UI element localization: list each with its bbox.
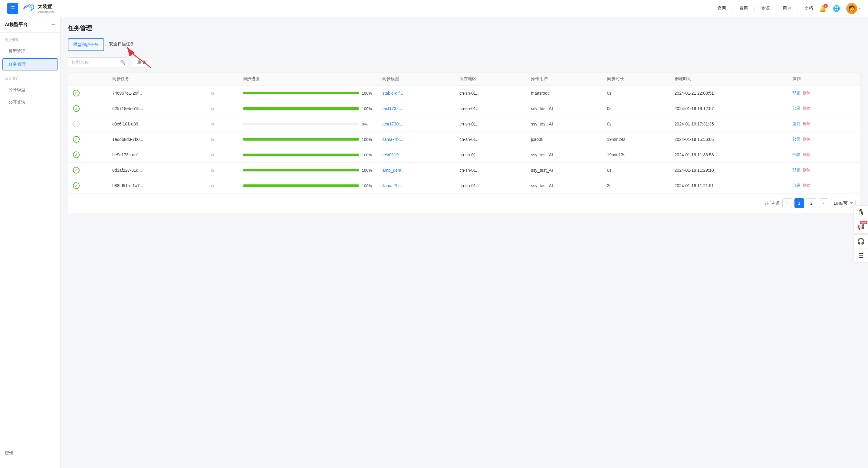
table-row: ✓ be9c173c-da1... ⧉ 100% test0119:... cn… xyxy=(68,147,861,163)
copy-icon[interactable]: ⧉ xyxy=(211,168,214,173)
cell-copy: ⧉ xyxy=(205,147,238,163)
progress-text: 100% xyxy=(362,168,373,173)
nav-link-yonghu[interactable]: 用户 xyxy=(783,6,791,11)
sidebar-collapse-icon[interactable]: ☰ xyxy=(51,22,55,28)
model-link[interactable]: stable-dif... xyxy=(382,91,403,96)
cell-duration: 2s xyxy=(602,178,670,194)
tab-model-sync[interactable]: 模型同步任务 xyxy=(68,38,104,51)
tab-security-scan[interactable]: 安全扫描任务 xyxy=(104,38,139,51)
action-btn-删除[interactable]: 删除 xyxy=(803,106,810,111)
float-btn-announcement[interactable]: 📢 New xyxy=(854,220,868,234)
model-link[interactable]: llama-7b:... xyxy=(382,137,403,142)
page-size-select[interactable]: 10条/页 20条/页 50条/页 xyxy=(831,199,856,207)
action-btn-部署[interactable]: 部署 xyxy=(792,153,800,157)
action-btn-删除[interactable]: 删除 xyxy=(803,122,810,126)
content-area: 任务管理 模型同步任务 安全扫描任务 🔍 重 置 同步任务 xyxy=(61,17,868,468)
sidebar-item-secret-key[interactable]: 密钥 xyxy=(5,448,55,458)
model-link[interactable]: test1732:... xyxy=(382,106,403,111)
globe-icon[interactable]: 🌐 xyxy=(833,5,840,12)
cell-task-id: be9c173c-da1... xyxy=(107,147,205,163)
cell-created: 2024-01-21 22:08:51 xyxy=(670,86,788,101)
action-btn-删除[interactable]: 删除 xyxy=(803,153,810,157)
pagination-next[interactable]: › xyxy=(819,198,828,208)
nav-link-ziyuan[interactable]: 资源 xyxy=(761,6,770,11)
action-btn-重启[interactable]: 重启 xyxy=(792,122,800,126)
cell-actions: 部署删除 xyxy=(787,86,861,101)
cell-copy: ⧉ xyxy=(205,116,238,132)
float-btn-support[interactable]: 🎧 xyxy=(854,234,868,248)
copy-icon[interactable]: ⧉ xyxy=(211,122,214,126)
copy-icon[interactable]: ⧉ xyxy=(211,91,214,96)
cell-actions: 部署删除 xyxy=(787,163,861,178)
cell-user: ssy_test_AI xyxy=(526,178,602,194)
copy-icon[interactable]: ⧉ xyxy=(211,106,214,111)
cell-task-id: c0e6f101-a89... xyxy=(107,116,205,132)
progress-fill xyxy=(243,185,360,187)
pagination-prev[interactable]: ‹ xyxy=(782,198,792,208)
avatar-dropdown-icon: ▾ xyxy=(859,6,861,10)
progress-fill xyxy=(243,138,360,141)
nav-link-feiyong[interactable]: 费用 xyxy=(739,6,748,11)
cell-model: test1730:... xyxy=(377,116,455,132)
progress-bar-wrap: 100% xyxy=(243,153,373,157)
pagination-page-1[interactable]: 1 xyxy=(795,198,804,208)
progress-bar-wrap: 100% xyxy=(243,106,373,111)
logo-area: 大装置 sensecore xyxy=(22,4,54,13)
cell-region: cn-sh-01... xyxy=(455,101,526,116)
model-link[interactable]: test1730:... xyxy=(382,122,403,126)
action-btn-删除[interactable]: 删除 xyxy=(803,137,810,141)
cell-actions: 部署删除 xyxy=(787,101,861,116)
progress-bar xyxy=(243,169,360,171)
float-btn-menu[interactable]: ☰ xyxy=(854,249,868,263)
copy-icon[interactable]: ⧉ xyxy=(211,183,214,188)
cell-region: cn-sh-01... xyxy=(455,116,526,132)
action-btn-部署[interactable]: 部署 xyxy=(792,106,800,111)
action-btn-删除[interactable]: 删除 xyxy=(803,183,810,188)
main-layout: AI模型平台 ☰ 企业管理 模型管理 任务管理 公开资产 公开模型 公开算法 密… xyxy=(0,17,868,468)
pagination-page-2[interactable]: 2 xyxy=(807,198,816,208)
nav-link-guanwang[interactable]: 官网 xyxy=(718,6,726,11)
cell-region: cn-sh-01... xyxy=(455,147,526,163)
table-row: ✓ 0d1af227-81d... ⧉ 100% amp_dem... cn-s… xyxy=(68,163,861,178)
bell-icon[interactable]: 🔔 1 xyxy=(819,5,827,12)
sidebar-item-public-algorithms[interactable]: 公开算法 xyxy=(2,97,58,108)
status-cancelled-icon: ⊘ xyxy=(73,121,80,127)
cell-duration: 19min13s xyxy=(602,147,670,163)
sidebar-item-task-management[interactable]: 任务管理 xyxy=(2,58,58,70)
float-btn-chat[interactable]: 🐧 xyxy=(854,205,868,219)
progress-text: 0% xyxy=(362,122,373,126)
cell-status: ✓ xyxy=(68,163,107,178)
copy-icon[interactable]: ⧉ xyxy=(211,153,214,157)
model-link[interactable]: test0119:... xyxy=(382,153,403,157)
cell-created: 2024-01-19 11:33:58 xyxy=(670,147,788,163)
action-btn-部署[interactable]: 部署 xyxy=(792,168,800,172)
hamburger-button[interactable]: ☰ xyxy=(7,3,18,14)
search-input[interactable] xyxy=(68,58,128,67)
copy-icon[interactable]: ⧉ xyxy=(211,137,214,142)
col-duration: 同步时长 xyxy=(602,73,670,86)
nav-link-wendang[interactable]: 文档 xyxy=(804,6,813,11)
cell-task-id: 1eddb8d3-7b0... xyxy=(107,132,205,147)
status-success-icon: ✓ xyxy=(73,90,80,96)
model-link[interactable]: llama-7b-:... xyxy=(382,183,405,188)
cell-region: cn-sh-01... xyxy=(455,178,526,194)
action-btn-删除[interactable]: 删除 xyxy=(803,91,810,95)
cell-status: ✓ xyxy=(68,147,107,163)
cell-created: 2024-01-19 17:31:35 xyxy=(670,116,788,132)
cell-status: ✓ xyxy=(68,178,107,194)
sidebar-header: AI模型平台 ☰ xyxy=(0,22,60,33)
cell-progress: 100% xyxy=(238,147,378,163)
reset-button[interactable]: 重 置 xyxy=(132,57,152,67)
cell-region: cn-sh-01... xyxy=(455,163,526,178)
cell-model: llama-7b:... xyxy=(377,132,455,147)
sidebar-item-model-management[interactable]: 模型管理 xyxy=(2,46,58,57)
sidebar-section-enterprise: 企业管理 xyxy=(0,33,60,45)
avatar-area[interactable]: 🧑 ▾ xyxy=(846,3,861,14)
action-btn-部署[interactable]: 部署 xyxy=(792,137,800,141)
model-link[interactable]: amp_dem... xyxy=(382,168,405,173)
action-btn-部署[interactable]: 部署 xyxy=(792,91,800,95)
action-btn-部署[interactable]: 部署 xyxy=(792,183,800,188)
cell-user: jcao08 xyxy=(526,132,602,147)
action-btn-删除[interactable]: 删除 xyxy=(803,168,810,172)
sidebar-item-public-models[interactable]: 公开模型 xyxy=(2,84,58,96)
